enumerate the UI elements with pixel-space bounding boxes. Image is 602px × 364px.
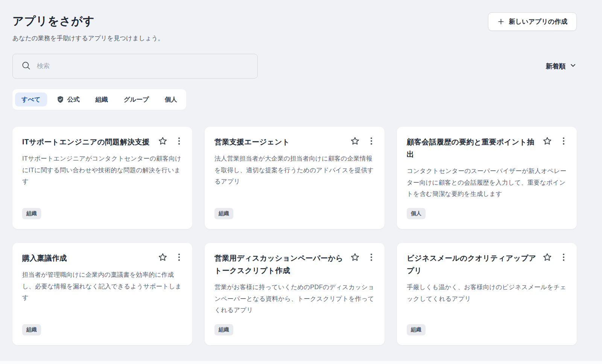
app-card-title: 営業用ディスカッションペーパーからトークスクリプト作成	[214, 252, 350, 277]
star-icon	[543, 258, 552, 263]
sort-selected-label: 新着順	[546, 62, 566, 71]
page-subtitle: あなたの業務を手助けするアプリを見つけましょう。	[12, 34, 164, 42]
app-card[interactable]: ITサポートエンジニアの問題解決支援	[12, 127, 192, 229]
apps-grid: ITサポートエンジニアの問題解決支援	[12, 127, 577, 345]
kebab-menu-icon	[559, 258, 568, 263]
app-scope-badge: 組織	[22, 324, 41, 335]
app-card[interactable]: 購入稟議作成 担当者が管理職向	[12, 243, 192, 345]
app-card-title: 顧客会話履歴の要約と重要ポイント抽出	[407, 136, 543, 161]
card-menu-button[interactable]	[367, 136, 375, 146]
star-icon	[350, 141, 360, 147]
favorite-star-button[interactable]	[350, 136, 360, 146]
app-card-title: 営業支援エージェント	[214, 136, 350, 148]
favorite-star-button[interactable]	[158, 136, 167, 146]
plus-icon	[497, 18, 505, 25]
app-card-header: ITサポートエンジニアの問題解決支援	[22, 136, 183, 148]
app-card-title: ビジネスメールのクオリティアップアプリ	[407, 252, 543, 277]
app-card-header: ビジネスメールのクオリティアップアプリ	[407, 252, 568, 277]
card-menu-button[interactable]	[367, 253, 375, 262]
favorite-star-button[interactable]	[350, 253, 360, 262]
star-icon	[543, 141, 552, 147]
app-card-actions	[158, 252, 183, 262]
search-row: 新着順	[12, 54, 577, 79]
card-menu-button[interactable]	[175, 253, 183, 262]
shield-check-icon	[56, 96, 64, 103]
app-card-title: 購入稟議作成	[22, 252, 158, 264]
create-app-button[interactable]: 新しいアプリの作成	[488, 12, 577, 31]
app-card-actions	[350, 136, 375, 146]
app-scope-badge: 個人	[407, 208, 426, 219]
apps-catalog-page: アプリをさがす あなたの業務を手助けするアプリを見つけましょう。 新しいアプリの…	[0, 0, 602, 345]
app-card-description: 担当者が管理職向けに企業内の稟議書を効率的に作成し、必要な情報を漏れなく記入でき…	[22, 269, 183, 303]
kebab-menu-icon	[175, 258, 183, 263]
sort-dropdown[interactable]: 新着順	[546, 62, 577, 71]
app-card-description: ITサポートエンジニアがコンタクトセンターの顧客向けにITに関する問い合わせや技…	[22, 153, 183, 187]
card-menu-button[interactable]	[175, 136, 183, 146]
kebab-menu-icon	[559, 141, 568, 147]
tab-all[interactable]: すべて	[15, 93, 47, 106]
app-card-title: ITサポートエンジニアの問題解決支援	[22, 136, 158, 148]
app-card-header: 営業用ディスカッションペーパーからトークスクリプト作成	[214, 252, 375, 277]
create-app-button-label: 新しいアプリの作成	[509, 17, 567, 26]
app-scope-badge: 組織	[214, 208, 233, 219]
app-scope-badge: 組織	[407, 324, 426, 335]
tab-official[interactable]: 公式	[50, 92, 86, 107]
page-heading-group: アプリをさがす あなたの業務を手助けするアプリを見つけましょう。	[12, 14, 164, 42]
tab-organization[interactable]: 組織	[89, 93, 114, 106]
app-card-actions	[543, 136, 568, 146]
footer-strip	[0, 361, 602, 364]
search-box[interactable]	[12, 54, 258, 79]
app-card-actions	[158, 136, 183, 146]
kebab-menu-icon	[175, 141, 183, 147]
card-menu-button[interactable]	[559, 253, 568, 262]
kebab-menu-icon	[367, 258, 375, 263]
app-card[interactable]: ビジネスメールのクオリティアップアプリ	[397, 243, 577, 345]
star-icon	[158, 258, 167, 263]
app-card-header: 購入稟議作成	[22, 252, 183, 264]
search-icon	[21, 61, 31, 72]
favorite-star-button[interactable]	[543, 136, 552, 146]
filter-tabs: すべて 公式 組織 グループ 個人	[12, 89, 186, 110]
search-input[interactable]	[37, 62, 249, 70]
tab-label: すべて	[21, 96, 41, 103]
page-header: アプリをさがす あなたの業務を手助けするアプリを見つけましょう。 新しいアプリの…	[12, 14, 577, 42]
app-scope-badge: 組織	[214, 324, 233, 335]
tab-label: 組織	[96, 96, 108, 103]
app-card-actions	[543, 252, 568, 262]
favorite-star-button[interactable]	[158, 253, 167, 262]
app-scope-badge: 組織	[22, 208, 41, 219]
app-card-description: 法人営業担当者が大企業の担当者向けに顧客の企業情報を取得し、適切な提案を行うため…	[214, 153, 375, 187]
app-card-header: 営業支援エージェント	[214, 136, 375, 148]
app-card[interactable]: 営業支援エージェント 法人営業	[205, 127, 385, 229]
star-icon	[350, 258, 360, 263]
tab-label: 公式	[67, 96, 80, 103]
tab-group[interactable]: グループ	[117, 93, 155, 106]
tab-label: 個人	[165, 96, 177, 103]
star-icon	[158, 141, 167, 147]
app-card-description: 手厳しくも温かく、お客様向けのビジネスメールをチェックしてくれるアプリ	[407, 281, 568, 304]
chevron-down-icon	[569, 62, 577, 71]
app-card-description: コンタクトセンターのスーパーバイザーが新人オペレーター向けに顧客との会話履歴を入…	[407, 165, 568, 200]
page-title: アプリをさがす	[12, 14, 164, 29]
app-card[interactable]: 営業用ディスカッションペーパーからトークスクリプト作成	[205, 243, 385, 345]
app-card-actions	[350, 252, 375, 262]
app-card-header: 顧客会話履歴の要約と重要ポイント抽出	[407, 136, 568, 161]
tab-personal[interactable]: 個人	[158, 93, 184, 106]
app-card[interactable]: 顧客会話履歴の要約と重要ポイント抽出	[397, 127, 577, 229]
card-menu-button[interactable]	[559, 136, 568, 146]
app-card-description: 営業がお客様に持っていくためのPDFのディスカッションペーパーとなる資料から、ト…	[214, 281, 375, 316]
tab-label: グループ	[124, 96, 149, 103]
favorite-star-button[interactable]	[543, 253, 552, 262]
kebab-menu-icon	[367, 141, 375, 147]
